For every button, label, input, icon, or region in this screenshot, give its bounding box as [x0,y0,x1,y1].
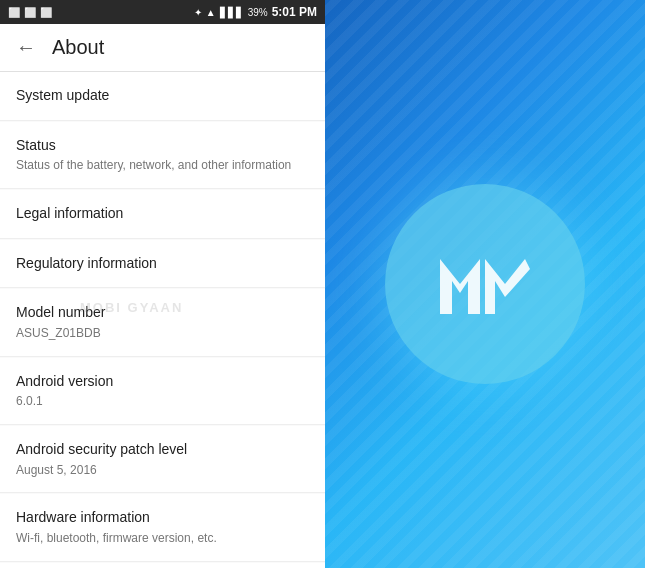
notification-icon-1: ⬜ [8,7,20,18]
settings-item-title-model-number: Model number [16,303,309,323]
status-time: 5:01 PM [272,5,317,19]
settings-item-regulatory-information[interactable]: Regulatory information [0,240,325,289]
settings-item-model-number[interactable]: Model numberASUS_Z01BDB [0,289,325,356]
status-bar: ⬜ ⬜ ⬜ ✦ ▲ ▋▋▋ 39% 5:01 PM [0,0,325,24]
settings-item-subtitle-android-security-patch: August 5, 2016 [16,462,309,479]
settings-item-android-version[interactable]: Android version6.0.1 [0,358,325,425]
status-bar-left-icons: ⬜ ⬜ ⬜ [8,7,52,18]
settings-item-title-system-update: System update [16,86,309,106]
android-m-logo-circle [385,184,585,384]
settings-item-subtitle-status: Status of the battery, network, and othe… [16,157,309,174]
settings-item-title-android-version: Android version [16,372,309,392]
settings-item-title-regulatory-information: Regulatory information [16,254,309,274]
notification-icon-3: ⬜ [40,7,52,18]
page-title: About [52,36,104,59]
settings-item-status[interactable]: StatusStatus of the battery, network, an… [0,122,325,189]
left-panel: ⬜ ⬜ ⬜ ✦ ▲ ▋▋▋ 39% 5:01 PM ← About System… [0,0,325,568]
app-bar: ← About [0,24,325,72]
settings-item-legal-information[interactable]: Legal information [0,190,325,239]
back-button[interactable]: ← [16,36,36,59]
battery-text: 39% [248,7,268,18]
settings-item-hardware-information[interactable]: Hardware informationWi-fi, bluetooth, fi… [0,494,325,561]
android-m-icon [430,229,540,339]
status-bar-right-icons: ✦ ▲ ▋▋▋ 39% 5:01 PM [194,5,317,19]
right-panel [325,0,645,568]
settings-item-title-hardware-information: Hardware information [16,508,309,528]
settings-item-android-security-patch[interactable]: Android security patch levelAugust 5, 20… [0,426,325,493]
settings-item-system-update[interactable]: System update [0,72,325,121]
svg-marker-1 [485,259,530,314]
settings-item-subtitle-model-number: ASUS_Z01BDB [16,325,309,342]
svg-marker-0 [440,259,480,314]
settings-item-subtitle-hardware-information: Wi-fi, bluetooth, firmware version, etc. [16,530,309,547]
settings-item-subtitle-android-version: 6.0.1 [16,393,309,410]
wifi-icon: ▲ [206,7,216,18]
bluetooth-icon: ✦ [194,7,202,18]
settings-item-title-android-security-patch: Android security patch level [16,440,309,460]
settings-item-title-legal-information: Legal information [16,204,309,224]
notification-icon-2: ⬜ [24,7,36,18]
settings-item-title-status: Status [16,136,309,156]
signal-icon: ▋▋▋ [220,7,244,18]
settings-list: System updateStatusStatus of the battery… [0,72,325,568]
settings-item-software-information[interactable]: Software informationBaseband, kernel ver… [0,563,325,568]
